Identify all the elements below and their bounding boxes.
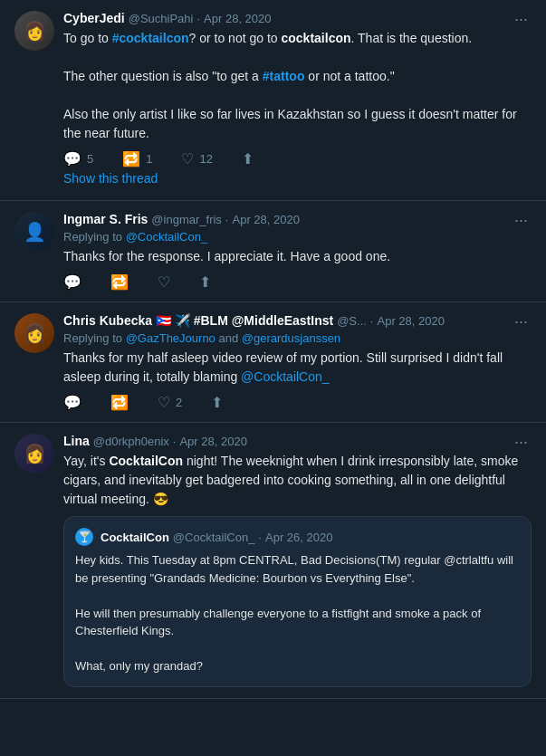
date-tweet-2: Apr 28, 2020 (232, 213, 299, 226)
display-name-chris: Chris Kubecka 🇵🇷 ✈️ #BLM @MiddleEastInst (63, 313, 333, 328)
reply-button-3[interactable]: 💬 (63, 394, 81, 411)
username-chris: @S... (337, 314, 367, 328)
retweet-button-2[interactable]: 🔁 (110, 273, 129, 291)
display-name-lina: Lina (63, 434, 90, 448)
more-options-button-1[interactable]: ··· (511, 11, 532, 27)
reply-to-link-2[interactable]: @CocktailCon_ (126, 230, 208, 244)
display-name-ingmar: Ingmar S. Fris (63, 212, 148, 226)
retweet-icon-2: 🔁 (110, 273, 129, 291)
share-button-1[interactable]: ⬆ (242, 150, 254, 167)
quoted-meta: CocktailCon @CocktailCon_ · Apr 26, 2020 (101, 531, 332, 544)
like-button-1[interactable]: ♡ 12 (181, 150, 212, 167)
reply-to-2: Replying to @CocktailCon_ (63, 230, 532, 244)
like-icon-3: ♡ (158, 394, 170, 411)
share-button-3[interactable]: ⬆ (211, 394, 223, 411)
like-button-2[interactable]: ♡ (158, 273, 170, 291)
hashtag-cocktailcon[interactable]: #cocktailcon (112, 31, 189, 45)
tweet-2-content: Ingmar S. Fris @ingmar_fris · Apr 28, 20… (63, 212, 532, 291)
like-count-3: 2 (176, 396, 182, 409)
reply-button-1[interactable]: 💬 5 (63, 150, 93, 167)
tweet-3-header: Chris Kubecka 🇵🇷 ✈️ #BLM @MiddleEastInst… (63, 313, 532, 330)
tweet-1: 👩 CyberJedi @SuchiPahi · Apr 28, 2020 ··… (0, 0, 546, 201)
tweet-4-content: Lina @d0rkph0enix · Apr 28, 2020 ··· Yay… (63, 434, 532, 687)
reply-button-2[interactable]: 💬 (63, 273, 81, 291)
hashtag-tattoo[interactable]: #tattoo (263, 69, 305, 83)
reply-icon-1: 💬 (63, 150, 81, 167)
tweet-1-text: To go to #cocktailcon? or to not go to c… (63, 29, 532, 143)
avatar-cyberjedi: 👩 (14, 11, 54, 51)
date-tweet-1: Apr 28, 2020 (204, 12, 271, 25)
display-name-cyberjedi: CyberJedi (63, 11, 125, 25)
username-ingmar: @ingmar_fris (151, 213, 222, 226)
tweet-3-text: Thanks for my half asleep video review o… (63, 349, 532, 387)
quoted-tweet-4[interactable]: 🍸 CocktailCon @CocktailCon_ · Apr 26, 20… (63, 516, 532, 687)
username-lina: @d0rkph0enix (93, 435, 169, 448)
tweet-1-actions: 💬 5 🔁 1 ♡ 12 ⬆ (63, 150, 532, 167)
reply-icon-2: 💬 (63, 273, 81, 291)
share-icon-2: ⬆ (199, 273, 211, 291)
date-tweet-4: Apr 28, 2020 (179, 435, 246, 448)
quoted-avatar: 🍸 (75, 528, 93, 546)
tweet-2-meta: Ingmar S. Fris @ingmar_fris · Apr 28, 20… (63, 212, 511, 226)
tweet-3-content: Chris Kubecka 🇵🇷 ✈️ #BLM @MiddleEastInst… (63, 313, 532, 411)
share-button-2[interactable]: ⬆ (199, 273, 211, 291)
tweet-3-meta: Chris Kubecka 🇵🇷 ✈️ #BLM @MiddleEastInst… (63, 313, 511, 328)
tweet-3-actions: 💬 🔁 ♡ 2 ⬆ (63, 394, 532, 411)
username-cyberjedi: @SuchiPahi (129, 12, 194, 25)
avatar-chris: 👩 (14, 313, 54, 353)
retweet-icon-3: 🔁 (110, 394, 129, 411)
like-icon-2: ♡ (158, 273, 170, 291)
reply-count-1: 5 (87, 152, 93, 166)
tweet-2-actions: 💬 🔁 ♡ ⬆ (63, 273, 532, 291)
more-options-button-2[interactable]: ··· (511, 212, 532, 228)
tweet-4-text: Yay, it's CocktailCon night! The weeknig… (63, 452, 532, 509)
tweet-4: 👩 Lina @d0rkph0enix · Apr 28, 2020 ··· Y… (0, 423, 546, 699)
tweet-2-text: Thanks for the response. I appreciate it… (63, 247, 532, 266)
avatar-ingmar: 👤 (14, 212, 54, 252)
tweet-4-header: Lina @d0rkph0enix · Apr 28, 2020 ··· (63, 434, 532, 450)
retweet-button-1[interactable]: 🔁 1 (122, 150, 152, 167)
tweet-3: 👩 Chris Kubecka 🇵🇷 ✈️ #BLM @MiddleEastIn… (0, 302, 546, 423)
date-tweet-3: Apr 28, 2020 (377, 314, 444, 328)
quoted-text: Hey kids. This Tuesday at 8pm CENTRAL, B… (75, 551, 520, 675)
like-button-3[interactable]: ♡ 2 (158, 394, 182, 411)
retweet-count-1: 1 (146, 152, 152, 166)
tweet-4-meta: Lina @d0rkph0enix · Apr 28, 2020 (63, 434, 511, 448)
quoted-tweet-header: 🍸 CocktailCon @CocktailCon_ · Apr 26, 20… (75, 528, 520, 546)
more-options-button-4[interactable]: ··· (511, 434, 532, 450)
share-icon-3: ⬆ (211, 394, 223, 411)
quoted-username: @CocktailCon_ (173, 531, 255, 544)
share-icon-1: ⬆ (242, 150, 254, 167)
tweet-1-meta: CyberJedi @SuchiPahi · Apr 28, 2020 (63, 11, 511, 25)
quoted-date: Apr 26, 2020 (265, 531, 332, 544)
quoted-display-name: CocktailCon (101, 531, 169, 544)
more-options-button-3[interactable]: ··· (511, 313, 532, 330)
tweet-1-header: CyberJedi @SuchiPahi · Apr 28, 2020 ··· (63, 11, 532, 27)
tweet-2: 👤 Ingmar S. Fris @ingmar_fris · Apr 28, … (0, 201, 546, 302)
show-thread-link[interactable]: Show this thread (63, 171, 532, 186)
like-icon-1: ♡ (181, 150, 194, 167)
reply-to-link-3a[interactable]: @GazTheJourno (126, 331, 216, 345)
tweet-2-header: Ingmar S. Fris @ingmar_fris · Apr 28, 20… (63, 212, 532, 228)
reply-icon-3: 💬 (63, 394, 81, 411)
mention-cocktailcon-3[interactable]: @CocktailCon_ (241, 369, 329, 384)
reply-to-link-3b[interactable]: @gerardusjanssen (242, 331, 340, 345)
like-count-1: 12 (199, 152, 212, 166)
tweet-1-content: CyberJedi @SuchiPahi · Apr 28, 2020 ··· … (63, 11, 532, 189)
retweet-button-3[interactable]: 🔁 (110, 394, 129, 411)
reply-to-3: Replying to @GazTheJourno and @gerardusj… (63, 331, 532, 345)
avatar-lina: 👩 (14, 434, 54, 474)
retweet-icon-1: 🔁 (122, 150, 140, 167)
